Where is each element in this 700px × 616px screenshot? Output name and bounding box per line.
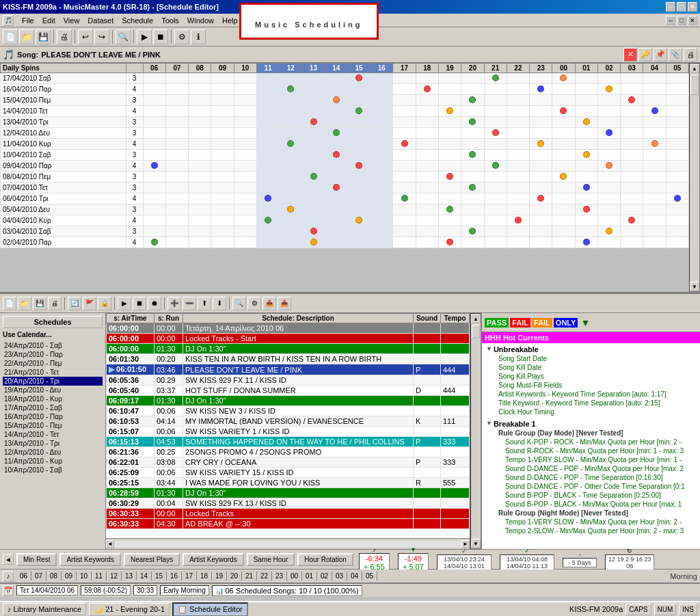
spin-hour-cell[interactable] xyxy=(530,150,552,161)
spin-hour-cell[interactable] xyxy=(371,183,393,193)
spin-row[interactable]: 02/04/2010 Παρ4 xyxy=(1,237,689,248)
spin-row[interactable]: 11/04/2010 Κυρ4 xyxy=(1,139,689,150)
spin-hour-cell[interactable] xyxy=(211,150,234,161)
spin-hour-cell[interactable] xyxy=(393,95,416,106)
spin-hour-cell[interactable] xyxy=(325,128,347,139)
spin-hour-cell[interactable] xyxy=(371,226,393,237)
spin-hour-cell[interactable] xyxy=(371,204,393,215)
spin-hour-cell[interactable] xyxy=(621,172,643,183)
calendar-item[interactable]: 21/Απρ/2010 - Τετ xyxy=(3,368,103,377)
spin-hour-cell[interactable] xyxy=(347,161,370,172)
spin-hour-cell[interactable] xyxy=(597,117,620,128)
scroll-up[interactable]: ▲ xyxy=(690,64,699,73)
spin-hour-cell[interactable] xyxy=(416,84,438,95)
redo-button[interactable]: ↪ xyxy=(94,29,109,44)
spin-hour-cell[interactable] xyxy=(280,139,302,150)
open-button[interactable]: 📁 xyxy=(19,29,34,44)
spin-hour-cell[interactable] xyxy=(643,73,666,84)
save-button[interactable]: 💾 xyxy=(36,29,51,44)
spin-hour-cell[interactable] xyxy=(347,172,370,183)
spin-hour-cell[interactable] xyxy=(621,161,643,172)
spin-hour-cell[interactable] xyxy=(484,139,507,150)
spin-hour-cell[interactable] xyxy=(256,226,279,237)
menu-tools[interactable]: Tools xyxy=(157,15,183,26)
spin-hour-cell[interactable] xyxy=(143,183,165,193)
spin-hour-cell[interactable] xyxy=(552,117,575,128)
spin-hour-cell[interactable] xyxy=(439,215,461,226)
menu-schedule[interactable]: Schedule xyxy=(118,15,157,26)
sched-import[interactable]: 📥 xyxy=(278,297,291,310)
calendar-item[interactable]: 13/Απρ/2010 - Τρι xyxy=(3,439,103,448)
spin-hour-cell[interactable] xyxy=(416,95,438,106)
spin-hour-cell[interactable] xyxy=(597,161,620,172)
scroll-down[interactable]: ▼ xyxy=(690,282,699,291)
artist-keywords-button[interactable]: Artist Keywords xyxy=(59,553,120,566)
sched-flag[interactable]: 🚩 xyxy=(83,297,96,310)
spin-hour-cell[interactable] xyxy=(211,237,234,248)
spin-hour-cell[interactable] xyxy=(575,106,597,117)
spin-hour-cell[interactable] xyxy=(643,106,666,117)
spin-hour-cell[interactable] xyxy=(666,128,688,139)
spin-hour-cell[interactable] xyxy=(552,215,575,226)
spin-hour-cell[interactable] xyxy=(461,106,484,117)
schedule-row[interactable]: 06:10:5304:14MY IMMORTAL (BAND VERSION) … xyxy=(107,416,470,427)
spin-hour-cell[interactable] xyxy=(530,128,552,139)
spin-hour-cell[interactable] xyxy=(234,150,256,161)
spin-hour-cell[interactable] xyxy=(165,193,188,204)
spin-row[interactable]: 14/04/2010 Τετ4 xyxy=(1,106,689,117)
spin-hour-cell[interactable] xyxy=(439,150,461,161)
spin-hour-cell[interactable] xyxy=(666,106,688,117)
spin-hour-cell[interactable] xyxy=(143,237,165,248)
spin-hour-cell[interactable] xyxy=(302,183,325,193)
artist-keywords2-button[interactable]: Artist Keywords xyxy=(183,553,243,566)
spin-hour-cell[interactable] xyxy=(256,117,279,128)
spin-hour-cell[interactable] xyxy=(507,84,529,95)
spin-hour-cell[interactable] xyxy=(302,128,325,139)
spin-hour-cell[interactable] xyxy=(461,128,484,139)
spin-hour-cell[interactable] xyxy=(165,95,188,106)
song-print2-button[interactable]: 🖨 xyxy=(684,48,697,62)
spin-hour-cell[interactable] xyxy=(211,161,234,172)
spin-hour-cell[interactable] xyxy=(552,95,575,106)
sched-lock[interactable]: 🔒 xyxy=(98,297,111,310)
spin-hour-cell[interactable] xyxy=(211,193,234,204)
spin-hour-cell[interactable] xyxy=(234,73,256,84)
spin-hour-cell[interactable] xyxy=(530,161,552,172)
spin-hour-cell[interactable] xyxy=(484,237,507,248)
left-nav-icon[interactable]: ◄ xyxy=(3,554,14,565)
spin-hour-cell[interactable] xyxy=(302,73,325,84)
spin-hour-cell[interactable] xyxy=(507,117,529,128)
spin-hour-cell[interactable] xyxy=(575,84,597,95)
spin-hour-cell[interactable] xyxy=(189,150,211,161)
spin-hour-cell[interactable] xyxy=(256,106,279,117)
spin-hour-cell[interactable] xyxy=(439,128,461,139)
spin-hour-cell[interactable] xyxy=(552,193,575,204)
spin-hour-cell[interactable] xyxy=(280,128,302,139)
calendar-item[interactable]: 18/Απρ/2010 - Κυρ xyxy=(3,394,103,403)
scroll-right[interactable]: ► xyxy=(461,540,470,548)
spin-hour-cell[interactable] xyxy=(165,106,188,117)
schedule-row[interactable]: 06:15:1304:53SOMETHING HAPPENED ON THE W… xyxy=(107,437,470,447)
spin-hour-cell[interactable] xyxy=(643,183,666,193)
spin-hour-cell[interactable] xyxy=(371,106,393,117)
spin-hour-cell[interactable] xyxy=(189,84,211,95)
spin-hour-cell[interactable] xyxy=(666,117,688,128)
spin-row[interactable]: 04/04/2010 Κυρ4 xyxy=(1,215,689,226)
spin-row[interactable]: 13/04/2010 Τρι3 xyxy=(1,117,689,128)
spin-hour-cell[interactable] xyxy=(575,117,597,128)
spin-hour-cell[interactable] xyxy=(484,84,507,95)
spin-hour-cell[interactable] xyxy=(165,73,188,84)
spin-hour-cell[interactable] xyxy=(439,237,461,248)
spin-hour-cell[interactable] xyxy=(211,226,234,237)
spin-hour-cell[interactable] xyxy=(143,204,165,215)
spin-hour-cell[interactable] xyxy=(189,128,211,139)
spin-hour-cell[interactable] xyxy=(461,183,484,193)
calendar-item[interactable]: 24/Απρ/2010 - Σαβ xyxy=(3,341,103,350)
spin-hour-cell[interactable] xyxy=(461,237,484,248)
sched-list-content[interactable]: s: AirTime s: Run Schedule: Description … xyxy=(106,313,470,538)
spin-hour-cell[interactable] xyxy=(666,73,688,84)
find-button[interactable]: 🔍 xyxy=(116,29,131,44)
spin-hour-cell[interactable] xyxy=(302,95,325,106)
spin-hour-cell[interactable] xyxy=(302,172,325,183)
menu-window[interactable]: Window xyxy=(183,15,218,26)
